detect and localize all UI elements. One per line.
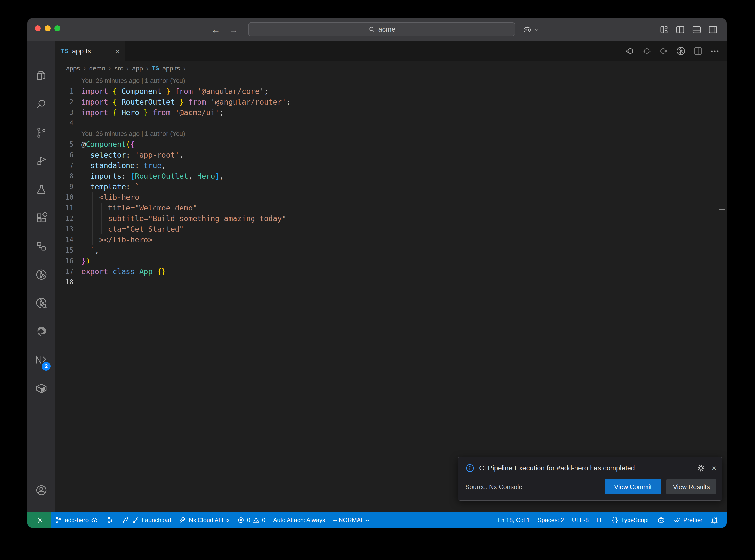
- line-number[interactable]: 10: [55, 192, 74, 203]
- nx-cloud-label: Nx Cloud AI Fix: [189, 517, 230, 523]
- encoding-status[interactable]: UTF-8: [568, 512, 593, 528]
- sidebar-item-run-debug[interactable]: [27, 149, 55, 173]
- code-line[interactable]: @Component({: [81, 139, 135, 149]
- navigate-forward-icon[interactable]: →: [229, 24, 238, 35]
- code-line[interactable]: import { Component } from '@angular/core…: [81, 86, 269, 97]
- code-editor[interactable]: You, 26 minutes ago | 1 author (You)1imp…: [55, 75, 727, 512]
- line-number[interactable]: 14: [55, 234, 74, 245]
- command-center-search[interactable]: acme: [248, 22, 515, 37]
- notifications-status[interactable]: [707, 512, 722, 528]
- overview-ruler[interactable]: [718, 75, 718, 512]
- sidebar-item-nx-console[interactable]: 2: [27, 348, 55, 372]
- line-number[interactable]: 18: [55, 277, 74, 287]
- breadcrumb-item[interactable]: app: [132, 65, 143, 72]
- code-line[interactable]: }): [81, 256, 90, 266]
- line-number[interactable]: 5: [55, 139, 74, 149]
- breadcrumb-file[interactable]: app.ts: [162, 65, 180, 72]
- customize-layout-icon[interactable]: [659, 25, 669, 34]
- breadcrumb-item[interactable]: src: [114, 65, 123, 72]
- code-line[interactable]: import { Hero } from '@acme/ui';: [81, 107, 224, 118]
- code-line[interactable]: export class App {}: [81, 266, 166, 277]
- breadcrumb-tail[interactable]: ...: [189, 65, 195, 72]
- line-number[interactable]: 9: [55, 181, 74, 192]
- code-line[interactable]: standalone: true,: [81, 160, 166, 171]
- line-number[interactable]: 1: [55, 86, 74, 97]
- sidebar-item-search[interactable]: [27, 93, 55, 116]
- code-line[interactable]: imports: [RouterOutlet, Hero],: [81, 171, 224, 181]
- sidebar-item-containers[interactable]: [27, 376, 55, 400]
- view-commit-button[interactable]: View Commit: [605, 479, 661, 495]
- line-number[interactable]: 3: [55, 107, 74, 118]
- tab-app-ts[interactable]: TS app.ts ×: [55, 41, 125, 61]
- navigate-back-icon[interactable]: ←: [211, 24, 220, 35]
- sidebar-item-pipeline-search[interactable]: [27, 291, 55, 315]
- more-actions-icon[interactable]: [710, 46, 720, 56]
- copilot-menu[interactable]: [522, 18, 539, 41]
- editor-group: TS app.ts ×: [55, 41, 727, 512]
- remote-indicator[interactable]: [27, 512, 51, 528]
- breadcrumb-separator: ›: [146, 64, 148, 72]
- code-line[interactable]: subtitle="Build something amazing today": [81, 213, 286, 224]
- notification-close-icon[interactable]: ×: [712, 464, 716, 473]
- toggle-panel-icon[interactable]: [692, 25, 701, 34]
- code-line[interactable]: selector: 'app-root',: [81, 149, 184, 160]
- pipeline-run-icon[interactable]: [675, 46, 686, 57]
- code-line[interactable]: cta="Get Started": [81, 224, 184, 234]
- launchpad-status[interactable]: Launchpad: [118, 512, 175, 528]
- toggle-primary-sidebar-icon[interactable]: [675, 25, 685, 34]
- copilot-status[interactable]: [653, 512, 669, 528]
- eol-status[interactable]: LF: [593, 512, 607, 528]
- notification-settings-icon[interactable]: [697, 464, 705, 472]
- command-center-text: acme: [378, 25, 395, 33]
- tab-close-icon[interactable]: ×: [115, 46, 120, 56]
- navigate-position-icon[interactable]: [642, 46, 652, 56]
- problems-status[interactable]: 0 0: [234, 512, 269, 528]
- sidebar-item-hierarchy[interactable]: [27, 234, 55, 258]
- line-number[interactable]: 16: [55, 256, 74, 266]
- sidebar-item-extensions[interactable]: [27, 206, 55, 230]
- blame-annotation: You, 26 minutes ago | 1 author (You): [81, 75, 185, 86]
- split-editor-icon[interactable]: [693, 46, 703, 56]
- code-line[interactable]: template: `: [81, 181, 139, 192]
- formatter-status[interactable]: Prettier: [669, 512, 707, 528]
- line-number[interactable]: 4: [55, 118, 74, 128]
- sidebar-item-testing[interactable]: [27, 178, 55, 201]
- nx-cloud-ai-fix-status[interactable]: Nx Cloud AI Fix: [175, 512, 234, 528]
- sidebar-item-source-control[interactable]: [27, 121, 55, 144]
- minimize-window-button[interactable]: [45, 25, 51, 31]
- source-control-graph-status[interactable]: [102, 512, 118, 528]
- zoom-window-button[interactable]: [55, 25, 60, 31]
- breadcrumb-item[interactable]: demo: [89, 65, 105, 72]
- sidebar-item-pipeline[interactable]: [27, 263, 55, 286]
- line-number[interactable]: 6: [55, 149, 74, 160]
- code-line[interactable]: import { RouterOutlet } from '@angular/r…: [81, 97, 291, 107]
- line-number[interactable]: 13: [55, 224, 74, 234]
- code-line[interactable]: ></lib-hero>: [81, 234, 153, 245]
- toggle-secondary-sidebar-icon[interactable]: [708, 25, 718, 34]
- code-line[interactable]: <lib-hero: [81, 192, 139, 203]
- line-number[interactable]: 12: [55, 213, 74, 224]
- accounts-button[interactable]: [27, 478, 55, 502]
- line-number[interactable]: 17: [55, 266, 74, 277]
- vim-mode-status[interactable]: -- NORMAL --: [329, 512, 373, 528]
- close-window-button[interactable]: [35, 25, 41, 31]
- line-number[interactable]: 8: [55, 171, 74, 181]
- sidebar-item-edge-tools[interactable]: [27, 319, 55, 343]
- indentation-status[interactable]: Spaces: 2: [534, 512, 568, 528]
- view-results-button[interactable]: View Results: [667, 479, 716, 495]
- git-branch-status[interactable]: add-hero: [51, 512, 102, 528]
- line-number[interactable]: 15: [55, 245, 74, 256]
- code-line[interactable]: `,: [81, 245, 99, 256]
- auto-attach-status[interactable]: Auto Attach: Always: [269, 512, 329, 528]
- navigate-forward-circle-icon[interactable]: [659, 46, 669, 56]
- code-line[interactable]: title="Welcmoe demo": [81, 203, 197, 213]
- current-line-highlight: [80, 277, 717, 287]
- line-number[interactable]: 2: [55, 97, 74, 107]
- line-number[interactable]: 7: [55, 160, 74, 171]
- line-number[interactable]: 11: [55, 203, 74, 213]
- cursor-position-status[interactable]: Ln 18, Col 1: [494, 512, 534, 528]
- language-mode-status[interactable]: {} TypeScript: [607, 512, 653, 528]
- breadcrumb-item[interactable]: apps: [66, 65, 80, 72]
- sidebar-item-explorer[interactable]: [27, 64, 55, 87]
- navigate-back-circle-icon[interactable]: [625, 46, 635, 56]
